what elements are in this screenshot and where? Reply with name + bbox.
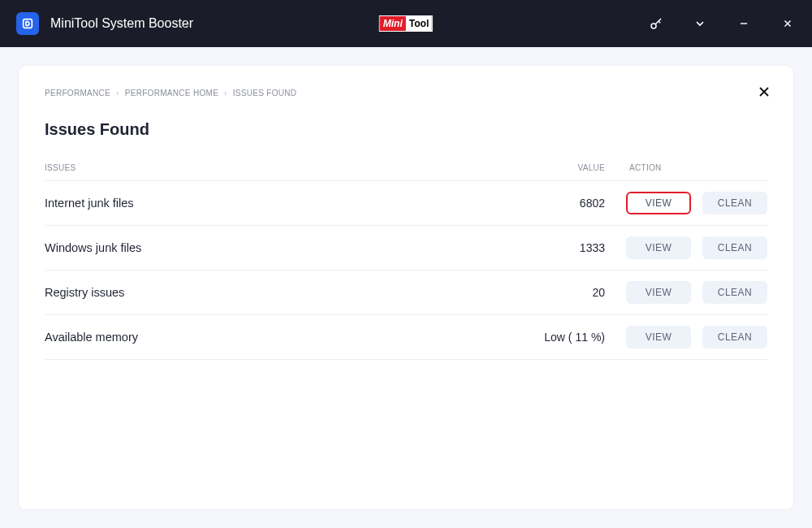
breadcrumb-sep: › xyxy=(224,89,227,97)
issue-actions: VIEW CLEAN xyxy=(613,281,767,304)
issue-label: Registry issues xyxy=(45,286,524,299)
table-row: Registry issues 20 VIEW CLEAN xyxy=(45,270,767,315)
view-button[interactable]: VIEW xyxy=(626,192,691,214)
titlebar-left: MiniTool System Booster xyxy=(16,12,193,35)
issues-table: ISSUES VALUE ACTION Internet junk files … xyxy=(45,163,767,360)
clean-button[interactable]: CLEAN xyxy=(702,192,767,214)
view-button[interactable]: VIEW xyxy=(626,281,691,304)
issue-value: 6802 xyxy=(524,197,613,210)
clean-button[interactable]: CLEAN xyxy=(702,326,767,348)
app-title: MiniTool System Booster xyxy=(50,16,193,31)
close-window-button[interactable] xyxy=(780,15,796,32)
breadcrumb-sep: › xyxy=(116,89,119,97)
table-row: Available memory Low ( 11 %) VIEW CLEAN xyxy=(45,315,767,360)
close-panel-button[interactable] xyxy=(754,82,774,102)
col-action: ACTION xyxy=(613,163,767,172)
svg-point-1 xyxy=(651,24,656,28)
table-header: ISSUES VALUE ACTION xyxy=(45,163,767,181)
issue-value: Low ( 11 %) xyxy=(524,331,613,344)
breadcrumb-item[interactable]: ISSUES FOUND xyxy=(233,89,297,97)
key-icon[interactable] xyxy=(648,15,664,32)
view-button[interactable]: VIEW xyxy=(626,326,691,348)
view-button[interactable]: VIEW xyxy=(626,236,691,259)
breadcrumb: PERFORMANCE › PERFORMANCE HOME › ISSUES … xyxy=(45,89,767,97)
brand-right: Tool xyxy=(406,16,432,31)
issue-label: Available memory xyxy=(45,331,524,344)
clean-button[interactable]: CLEAN xyxy=(702,281,767,304)
col-value: VALUE xyxy=(524,163,613,172)
clean-button[interactable]: CLEAN xyxy=(702,236,767,259)
col-issues: ISSUES xyxy=(45,163,524,172)
breadcrumb-item[interactable]: PERFORMANCE xyxy=(45,89,110,97)
issue-actions: VIEW CLEAN xyxy=(613,236,767,259)
card: PERFORMANCE › PERFORMANCE HOME › ISSUES … xyxy=(18,65,794,510)
table-row: Windows junk files 1333 VIEW CLEAN xyxy=(45,226,767,270)
issue-actions: VIEW CLEAN xyxy=(613,192,767,214)
breadcrumb-item[interactable]: PERFORMANCE HOME xyxy=(125,89,218,97)
titlebar-right xyxy=(648,15,796,32)
table-row: Internet junk files 6802 VIEW CLEAN xyxy=(45,181,767,226)
issue-value: 1333 xyxy=(524,241,613,254)
minimize-button[interactable] xyxy=(736,15,752,32)
issue-actions: VIEW CLEAN xyxy=(613,326,767,348)
svg-rect-0 xyxy=(24,19,32,28)
issue-value: 20 xyxy=(524,286,613,299)
app-icon xyxy=(16,12,39,35)
issue-label: Internet junk files xyxy=(45,197,524,210)
page-title: Issues Found xyxy=(45,120,767,139)
workarea: PERFORMANCE › PERFORMANCE HOME › ISSUES … xyxy=(0,47,812,528)
brand-badge: Mini Tool xyxy=(379,15,433,32)
brand-left: Mini xyxy=(380,16,406,31)
titlebar: MiniTool System Booster Mini Tool xyxy=(0,0,812,47)
issue-label: Windows junk files xyxy=(45,241,524,254)
chevron-down-icon[interactable] xyxy=(692,15,708,32)
